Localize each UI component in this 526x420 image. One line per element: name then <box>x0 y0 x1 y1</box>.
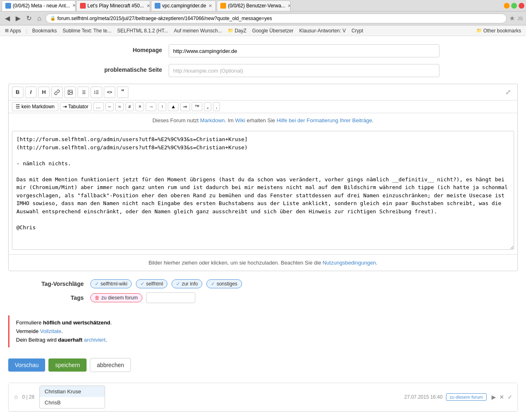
nutzungsbedingungen-link[interactable]: Nutzungsbedingungen <box>322 260 376 266</box>
tags-current-list: 🗑 zu diesem forum <box>90 292 195 303</box>
tab-minecraft[interactable]: Let's Play Minecraft #50... ✕ <box>76 0 150 11</box>
tags-current-row: Tags 🗑 zu diesem forum <box>8 292 518 303</box>
code-btn[interactable]: <> <box>104 87 115 98</box>
editor-textarea[interactable]: [http://forum.selfhtml.org/admin/users?u… <box>12 131 514 250</box>
close-btn[interactable] <box>519 3 524 9</box>
double-arrow-btn[interactable]: ⇒ <box>180 102 190 111</box>
bm-bookmarks-label: Bookmarks <box>32 28 57 34</box>
bm-bookmarks[interactable]: Bookmarks <box>30 27 58 34</box>
tag-selfhtml-label: selfhtml <box>146 281 163 287</box>
close-quote-btn[interactable]: ‚ <box>213 102 220 111</box>
tag-selfhtml-wiki[interactable]: ✓ selfhtml-wiki <box>90 279 132 288</box>
page-content: Homepage problematische Seite B I H <box>0 36 526 420</box>
bold-btn[interactable]: B <box>12 87 23 98</box>
tab-icon: ⇥ <box>63 104 67 110</box>
dropdown-item-chrisb2[interactable]: ChrisB <box>40 397 105 408</box>
tabulator-btn[interactable]: ⇥ Tabulator <box>60 102 91 111</box>
comment-section: ☆ 0 | 28 Christian Kruse ChrisB 27.07.20… <box>8 383 518 412</box>
tag-selfhtml[interactable]: ✓ selfhtml <box>136 279 167 288</box>
tag-suggestions-list: ✓ selfhtml-wiki ✓ selfhtml ✓ zur info ✓ … <box>90 279 245 288</box>
arrow-up-btn[interactable]: ↑ <box>158 102 166 111</box>
ellipsis-btn[interactable]: … <box>93 102 104 111</box>
italic-btn[interactable]: I <box>25 87 37 98</box>
tag-zur-info[interactable]: ✓ zur info <box>172 279 202 288</box>
bm-klausur[interactable]: Klausur-Antworten: V <box>297 27 347 34</box>
quote-btn[interactable]: " <box>117 87 128 98</box>
expand-btn[interactable]: ⤢ <box>505 88 511 96</box>
bookmarks-bar: ⊞ Apps | Bookmarks Sublime Text: The te.… <box>0 25 526 36</box>
comment-tag-btn[interactable]: zu diesem forum <box>446 393 487 401</box>
dayz-icon: 📁 <box>228 28 233 33</box>
bm-apps[interactable]: ⊞ Apps <box>3 27 23 34</box>
delete-icon[interactable]: ✕ <box>499 394 504 400</box>
info-text3: erhalten Sie <box>245 117 277 123</box>
list-ol-btn[interactable] <box>91 87 102 98</box>
bm-sublime[interactable]: Sublime Text: The te... <box>61 27 113 34</box>
back-btn[interactable]: ◀ <box>3 14 11 23</box>
image-btn[interactable] <box>64 87 76 98</box>
star-icon[interactable]: ☆ <box>14 394 19 400</box>
markdown-link[interactable]: Markdown <box>200 117 225 123</box>
tag-sonstiges[interactable]: ✓ sonstiges <box>206 279 242 288</box>
bm-wunsch[interactable]: Auf meinen Wunsch... <box>172 27 224 34</box>
url-input[interactable] <box>57 16 502 21</box>
homepage-input[interactable] <box>169 44 439 57</box>
em-dash-btn[interactable]: – <box>105 102 114 111</box>
bm-crypt[interactable]: Crypt <box>350 27 365 34</box>
save-btn[interactable]: speichern <box>48 358 87 372</box>
link-btn[interactable] <box>51 87 63 98</box>
arrow-up2-btn[interactable]: ▲ <box>168 102 178 111</box>
tm-btn[interactable]: ™ <box>192 102 202 111</box>
tab-vpc[interactable]: vpc.campingrider.de ✕ <box>151 0 216 11</box>
editor-container: B I H <> " <box>8 84 518 271</box>
bm-dayz-label: DayZ <box>235 28 247 34</box>
open-quote-btn[interactable]: „ <box>204 102 211 111</box>
dropdown-item-christian[interactable]: Christian Kruse <box>40 386 105 397</box>
reload-btn[interactable]: ↻ <box>25 14 33 23</box>
bookmark-star[interactable]: ★ <box>509 14 515 22</box>
arrow-right-btn[interactable]: → <box>146 102 156 111</box>
tab-label-mc: Let's Play Minecraft #50... <box>87 3 144 9</box>
markdown-icon: ☰ <box>16 104 20 110</box>
toolbar-row2: ☰ kein Markdown ⇥ Tabulator … – ≈ ≠ × → … <box>9 100 517 113</box>
folder-icon: 📁 <box>476 28 482 33</box>
problematic-input[interactable] <box>169 64 439 77</box>
accept-icon[interactable]: ✓ <box>508 394 512 400</box>
tab-close-mc[interactable]: ✕ <box>146 3 150 9</box>
browser-window: (0/0/62) Meta - neue Ant... ✕ Let's Play… <box>0 0 526 420</box>
preview-btn[interactable]: Vorschau <box>8 358 45 372</box>
minimize-btn[interactable] <box>504 3 510 9</box>
editor-body: [http://forum.selfhtml.org/admin/users?u… <box>9 128 517 254</box>
times-btn[interactable]: × <box>135 102 144 111</box>
forward-btn[interactable]: ▶ <box>14 14 22 23</box>
help-link[interactable]: Hilfe bei der Formatierung Ihrer Beiträg… <box>277 117 372 123</box>
image-upload-area[interactable]: Bilder hierher ziehen oder klicken, um s… <box>9 254 517 271</box>
tag-forum[interactable]: 🗑 zu diesem forum <box>90 293 142 302</box>
heading-btn[interactable]: H <box>38 87 50 98</box>
cancel-btn[interactable]: abbrechen <box>90 358 131 372</box>
approx-btn[interactable]: ≈ <box>115 102 124 111</box>
title-bar: (0/0/62) Meta - neue Ant... ✕ Let's Play… <box>0 0 526 11</box>
wiki-link[interactable]: Wiki <box>235 117 245 123</box>
tab-benutzer[interactable]: (0/0/62) Benutzer-Verwa... ✕ <box>217 0 290 11</box>
bm-dayz[interactable]: 📁 DayZ <box>226 27 248 34</box>
tab-favicon-vpc <box>155 3 160 9</box>
vollzitate-link[interactable]: Vollzitate <box>40 328 62 334</box>
guideline-line3: Dein Beitrag wird dauerhaft archiviert. <box>16 336 511 345</box>
home-btn[interactable]: ⌂ <box>36 14 43 23</box>
guideline-1-pre: Formuliere <box>16 320 43 326</box>
tab-close-vpc[interactable]: ✕ <box>208 3 212 9</box>
tab-close-btn[interactable]: ✕ <box>72 3 75 8</box>
bm-google[interactable]: Google Übersetzer <box>251 27 295 34</box>
bm-other[interactable]: 📁 Other bookmarks <box>475 27 523 34</box>
tab-close-b[interactable]: ✕ <box>288 3 290 9</box>
tag-input[interactable] <box>146 292 195 303</box>
share-icon[interactable]: ▶ <box>492 394 496 400</box>
maximize-btn[interactable] <box>511 3 517 9</box>
list-ul-btn[interactable] <box>78 87 89 98</box>
tab-active[interactable]: (0/0/62) Meta - neue Ant... ✕ <box>2 0 75 11</box>
markdown-toggle-btn[interactable]: ☰ kein Markdown <box>12 102 58 111</box>
archiviert-link[interactable]: archiviert <box>84 337 105 343</box>
bm-selfhtml[interactable]: SELFHTML 8.1.2 (HT... <box>115 27 169 34</box>
neq-btn[interactable]: ≠ <box>126 102 134 111</box>
